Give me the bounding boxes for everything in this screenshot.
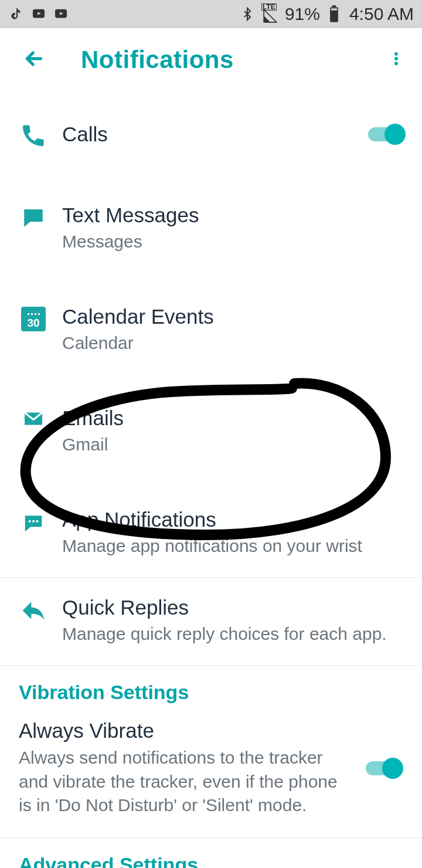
status-right: LTE 91% 4:50 AM [239, 4, 414, 24]
svg-point-10 [36, 520, 38, 523]
row-texts-title: Text Messages [62, 203, 406, 228]
row-text-messages[interactable]: Text Messages Messages [0, 177, 422, 279]
battery-icon [326, 6, 342, 22]
app-bar: Notifications [0, 28, 422, 91]
chat-icon [20, 205, 47, 230]
status-left [8, 6, 69, 22]
notification-list: Calls Text Messages Messages 30 Calendar… [0, 91, 422, 868]
tiktok-icon [8, 6, 25, 22]
svg-rect-2 [332, 5, 336, 7]
row-emails-title: Emails [62, 406, 406, 430]
always-vibrate-title: Always Vibrate [19, 719, 354, 742]
row-calls-title: Calls [62, 122, 353, 147]
row-calendar-sub: Calendar [62, 331, 406, 354]
row-appnotif-sub: Manage app notifications on your wrist [62, 534, 406, 557]
svg-point-8 [29, 520, 31, 523]
svg-point-7 [394, 62, 398, 65]
status-bar: LTE 91% 4:50 AM [0, 0, 422, 28]
row-calls[interactable]: Calls [0, 91, 422, 177]
bluetooth-icon [239, 6, 256, 22]
row-quick-title: Quick Replies [62, 595, 406, 620]
calendar-icon: 30 [20, 307, 47, 331]
row-emails[interactable]: Emails Gmail [0, 380, 422, 482]
app-chat-icon [20, 512, 47, 534]
svg-point-5 [394, 52, 398, 56]
vibration-heading: Vibration Settings [19, 681, 403, 704]
row-calendar[interactable]: 30 Calendar Events Calendar [0, 279, 422, 380]
row-appnotif-title: App Notifications [62, 507, 406, 532]
section-vibration: Vibration Settings [0, 666, 422, 719]
battery-percent: 91% [285, 4, 320, 24]
clock-text: 4:50 AM [349, 4, 414, 24]
row-emails-sub: Gmail [62, 433, 406, 456]
section-advanced: Advanced Settings [0, 838, 422, 869]
email-icon [20, 408, 47, 429]
youtube-icon [30, 6, 47, 22]
row-texts-sub: Messages [62, 230, 406, 253]
calls-toggle[interactable] [368, 124, 406, 145]
phone-icon [20, 123, 47, 148]
row-quick-sub: Manage quick reply choices for each app. [62, 622, 406, 645]
back-button[interactable] [22, 47, 46, 73]
advanced-heading: Advanced Settings [19, 853, 403, 869]
overflow-menu-button[interactable] [388, 47, 404, 73]
row-calendar-title: Calendar Events [62, 304, 406, 329]
youtube-icon-2 [53, 6, 69, 22]
always-vibrate-toggle[interactable] [366, 758, 403, 779]
page-title: Notifications [81, 46, 388, 74]
setting-always-vibrate[interactable]: Always Vibrate Always send notifications… [0, 719, 422, 838]
always-vibrate-desc: Always send notifications to the tracker… [19, 746, 354, 818]
svg-point-6 [394, 57, 398, 60]
reply-icon [20, 598, 47, 623]
signal-icon: LTE [261, 6, 279, 22]
svg-rect-4 [331, 8, 337, 10]
row-app-notifications[interactable]: App Notifications Manage app notificatio… [0, 482, 422, 577]
row-quick-replies[interactable]: Quick Replies Manage quick reply choices… [0, 578, 422, 665]
svg-point-9 [32, 520, 35, 523]
